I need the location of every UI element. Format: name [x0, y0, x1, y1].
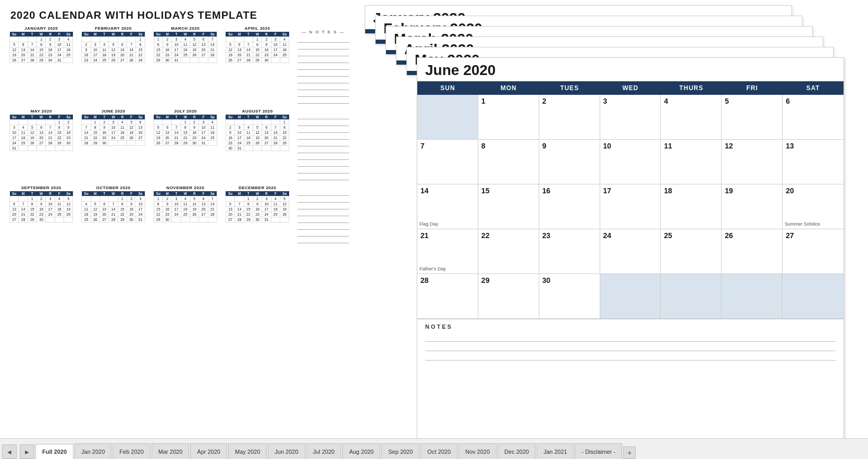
june-day-21: 21Father's Day [417, 229, 478, 274]
june-day-10: 10 [600, 140, 661, 184]
tab-may-2020[interactable]: May 2020 [228, 443, 267, 459]
small-notes: — N O T E S — [297, 30, 349, 104]
small-cal-title-dec2020: DECEMBER 2020 [226, 185, 289, 190]
june-week-4: 21Father's Day 22 23 24 25 26 27 [417, 229, 844, 274]
small-cal-nov2020: NOVEMBER 2020SuMTWRFSa123456789101112131… [154, 185, 217, 241]
tab-jul-2020[interactable]: Jul 2020 [306, 443, 342, 459]
june-day-23: 23 [539, 229, 600, 274]
june-day-26: 26 [722, 229, 783, 274]
june-day-16: 16 [539, 184, 600, 229]
small-cal-table-feb2020: SuMTWRFSa1234567891011121314151617181920… [81, 32, 145, 63]
small-cal-table-nov2020: SuMTWRFSa1234567891011121314151617181920… [154, 191, 217, 222]
june-day-7: 7 [417, 140, 478, 184]
small-cal-table-sep2020: SuMTWRFSa1234567891011121314151617181920… [9, 191, 73, 222]
small-cal-mar2020: MARCH 2020SuMTWRFSa123456789101112131415… [154, 26, 217, 101]
small-cal-sep2020: SEPTEMBER 2020SuMTWRFSa12345678910111213… [9, 185, 73, 241]
june-day-24: 24 [600, 229, 661, 274]
june-day-20: 20Summer Solstice [783, 184, 844, 229]
small-cal-may2020: MAY 2020SuMTWRFSa12345678910111213141516… [9, 109, 73, 178]
june-notes-label: NOTES [425, 324, 836, 330]
month-page-june: June 2020 SUN MON TUES WED THURS FRI SAT… [417, 57, 844, 438]
june-header: SUN MON TUES WED THURS FRI SAT [417, 81, 844, 95]
small-cal-title-jun2020: JUNE 2020 [81, 109, 145, 114]
small-cal-jul2020: JULY 2020SuMTWRFSa1234567891011121314151… [154, 109, 217, 178]
june-week-5: 28 29 30 [417, 274, 844, 319]
tab-feb-2020[interactable]: Feb 2020 [113, 443, 150, 459]
tab---disclaimer--[interactable]: - Disclaimer - [575, 443, 622, 459]
june-day-27: 27 [783, 229, 844, 274]
june-day-empty-3 [661, 274, 722, 318]
june-day-11: 11 [661, 140, 722, 184]
small-cal-table-jan2020: SuMTWRFSa1234567891011121314151617181920… [9, 32, 73, 63]
june-day-4: 4 [661, 95, 722, 139]
tab-add-button[interactable]: + [623, 446, 636, 459]
june-day-22: 22 [478, 229, 539, 274]
june-day-25: 25 [661, 229, 722, 274]
june-day-28: 28 [417, 274, 478, 318]
june-day-empty [417, 95, 478, 139]
tab-nav-left[interactable]: ◀ [2, 444, 17, 459]
june-day-8: 8 [478, 140, 539, 184]
tab-full-2020[interactable]: Full 2020 [35, 444, 73, 459]
small-cal-jun2020: JUNE 2020SuMTWRFSa1234567891011121314151… [81, 109, 145, 178]
small-cal-title-sep2020: SEPTEMBER 2020 [9, 185, 73, 190]
june-day-3: 3 [600, 95, 661, 139]
small-cal-jan2020: JANUARY 2020SuMTWRFSa1234567891011121314… [9, 26, 73, 101]
june-day-5: 5 [722, 95, 783, 139]
small-cal-title-jan2020: JANUARY 2020 [9, 26, 73, 31]
small-cal-title-aug2020: AUGUST 2020 [226, 109, 289, 114]
small-notes-2 [297, 113, 349, 180]
june-day-19: 19 [722, 184, 783, 229]
tab-jan-2020[interactable]: Jan 2020 [75, 443, 111, 459]
june-notes-lines [425, 332, 836, 361]
tab-dec-2020[interactable]: Dec 2020 [498, 443, 536, 459]
june-day-empty-4 [722, 274, 783, 318]
june-day-9: 9 [539, 140, 600, 184]
small-cal-table-dec2020: SuMTWRFSa1234567891011121314151617181920… [226, 191, 289, 222]
tab-oct-2020[interactable]: Oct 2020 [420, 443, 457, 459]
tabs-container: Full 2020Jan 2020Feb 2020Mar 2020Apr 202… [35, 439, 623, 459]
small-cal-title-nov2020: NOVEMBER 2020 [154, 185, 217, 190]
june-title: June 2020 [417, 58, 844, 81]
tab-jan-2021[interactable]: Jan 2021 [537, 443, 574, 459]
june-day-14: 14Flag Day [417, 184, 478, 229]
june-day-13: 13 [783, 140, 844, 184]
june-week-1: 1 2 3 4 5 6 [417, 95, 844, 140]
june-notes: NOTES [417, 319, 844, 365]
small-notes-label: — N O T E S — [297, 30, 349, 34]
small-cal-table-may2020: SuMTWRFSa1234567891011121314151617181920… [9, 115, 73, 151]
tab-bar: ◀ ▶ Full 2020Jan 2020Feb 2020Mar 2020Apr… [0, 438, 868, 459]
small-cal-oct2020: OCTOBER 2020SuMTWRFSa1234567891011121314… [81, 185, 145, 241]
small-calendars-section: JANUARY 2020SuMTWRFSa1234567891011121314… [5, 23, 349, 243]
small-cal-table-mar2020: SuMTWRFSa1234567891011121314151617181920… [154, 32, 217, 63]
small-cal-title-apr2020: APRIL 2020 [226, 26, 289, 31]
tab-nav-right[interactable]: ▶ [20, 444, 34, 459]
small-cal-title-oct2020: OCTOBER 2020 [81, 185, 145, 190]
june-week-2: 7 8 9 10 11 12 13 [417, 140, 844, 184]
june-day-6: 6 [783, 95, 844, 139]
small-notes-3 [297, 189, 349, 243]
small-cal-aug2020: AUGUST 2020SuMTWRFSa12345678910111213141… [226, 109, 289, 178]
june-day-17: 17 [600, 184, 661, 229]
small-cal-title-jul2020: JULY 2020 [154, 109, 217, 114]
tab-jun-2020[interactable]: Jun 2020 [268, 443, 305, 459]
june-day-1: 1 [478, 95, 539, 139]
small-cal-title-feb2020: FEBRUARY 2020 [81, 26, 145, 31]
small-cal-table-oct2020: SuMTWRFSa1234567891011121314151617181920… [81, 191, 145, 222]
small-cal-title-may2020: MAY 2020 [9, 109, 73, 114]
tab-nov-2020[interactable]: Nov 2020 [458, 443, 497, 459]
june-day-2: 2 [539, 95, 600, 139]
june-week-3: 14Flag Day 15 16 17 18 19 20Summer Solst… [417, 184, 844, 229]
june-day-18: 18 [661, 184, 722, 229]
tab-mar-2020[interactable]: Mar 2020 [152, 443, 189, 459]
small-cal-table-jul2020: SuMTWRFSa1234567891011121314151617181920… [154, 115, 217, 146]
main-content: 2020 CALENDAR WITH HOLIDAYS TEMPLATE JAN… [0, 0, 868, 438]
tab-apr-2020[interactable]: Apr 2020 [190, 443, 227, 459]
june-day-30: 30 [539, 274, 600, 318]
june-day-empty-2 [600, 274, 661, 318]
june-day-empty-5 [783, 274, 844, 318]
june-day-29: 29 [478, 274, 539, 318]
tab-aug-2020[interactable]: Aug 2020 [342, 443, 380, 459]
tab-sep-2020[interactable]: Sep 2020 [381, 443, 419, 459]
small-cal-title-mar2020: MARCH 2020 [154, 26, 217, 31]
